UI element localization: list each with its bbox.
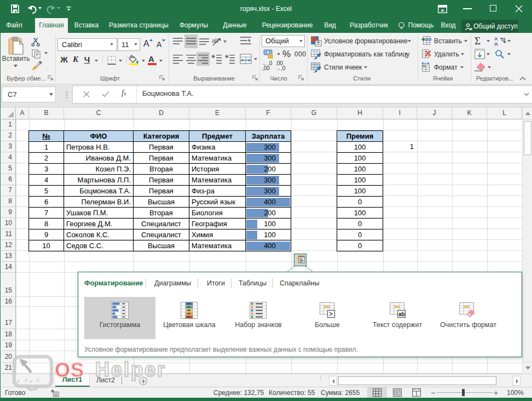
svg-text:ab: ab — [212, 37, 218, 44]
svg-text:ab: ab — [398, 311, 405, 317]
